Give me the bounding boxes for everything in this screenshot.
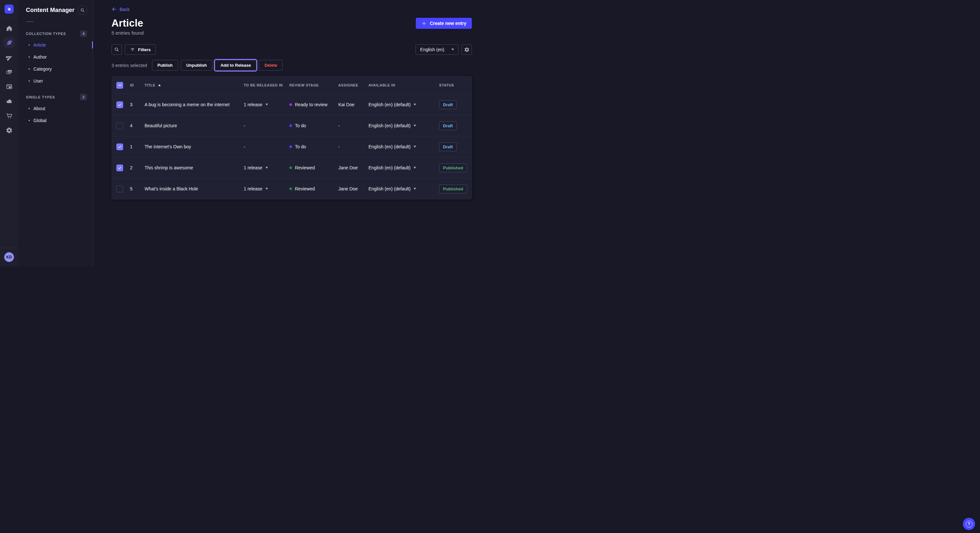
row-checkbox[interactable] [116,186,123,192]
gear-settings-icon[interactable] [3,125,14,136]
row-id: 2 [130,165,145,170]
subnav-item-user[interactable]: User [26,75,87,87]
row-checkbox[interactable] [116,165,123,171]
chevron-down-icon [414,167,416,169]
subnav-item-label: Article [33,43,46,48]
column-header-title[interactable]: TITLE [145,83,244,87]
table-body: 3A bug is becoming a meme on the interne… [112,94,471,199]
select-all-checkbox[interactable] [116,82,123,89]
user-avatar[interactable]: KD [4,252,14,262]
table-search-button[interactable] [111,44,122,55]
row-assignee: Jane Doe [338,186,369,191]
column-header-id: ID [130,83,145,87]
row-review-stage: Reviewed [290,186,338,191]
table-row[interactable]: 4Beautiful picture-To do-English (en) (d… [112,115,471,136]
bullet-icon [29,44,30,46]
check-icon [118,145,122,149]
row-title: What's inside a Black Hole [145,186,244,191]
row-checkbox[interactable] [116,122,123,129]
row-status: Draft [439,100,471,109]
bullet-icon [29,120,30,121]
bullet-icon [29,56,30,58]
row-release: - [244,123,290,128]
strapi-logo[interactable] [5,5,14,14]
locale-select[interactable]: English (en) [415,44,458,55]
subnav-item-article[interactable]: Article [26,39,87,51]
subnav-item-label: User [33,78,43,84]
row-release: - [244,144,290,149]
row-release-dropdown[interactable]: 1 release [244,186,290,191]
row-locale-dropdown[interactable]: English (en) (default) [369,123,439,128]
row-assignee: Jane Doe [338,165,369,170]
table-row[interactable]: 5What's inside a Black Hole1 releaseRevi… [112,178,471,199]
sort-ascending-icon [158,84,161,86]
row-status: Draft [439,121,471,130]
row-assignee: - [338,123,369,128]
search-icon [80,8,85,13]
create-new-entry-button[interactable]: Create new entry [416,18,472,29]
pictures-media-library-icon[interactable] [3,67,14,78]
plus-icon [421,21,427,26]
layout-content-type-builder-icon[interactable] [3,81,14,92]
add-to-release-button[interactable]: Add to Release [215,60,256,71]
delete-button[interactable]: Delete [259,60,283,71]
home-icon[interactable] [3,23,14,34]
publish-button[interactable]: Publish [152,60,178,71]
cart-marketplace-icon[interactable] [3,110,14,121]
subnav-item-about[interactable]: About [26,102,87,114]
subnav-item-label: Global [33,118,46,123]
table-row[interactable]: 2This shrimp is awesome1 releaseReviewed… [112,157,471,178]
subnav-item-author[interactable]: Author [26,51,87,63]
single-types-list: AboutGlobal [26,102,87,126]
chevron-down-icon [414,104,416,106]
row-locale-dropdown[interactable]: English (en) (default) [369,102,439,107]
row-title: This shrimp is awesome [145,165,244,170]
collection-types-list: ArticleAuthorCategoryUser [26,39,87,87]
status-badge: Draft [439,143,457,151]
filter-lines-icon [130,47,135,52]
strapi-logo-icon [6,6,12,12]
rail-bottom: KD [0,248,18,266]
chevron-down-icon [266,188,268,190]
back-link[interactable]: Back [111,6,130,12]
main-content: Back Article Create new entry 5 entries … [93,0,490,266]
row-locale-dropdown[interactable]: English (en) (default) [369,165,439,170]
row-id: 1 [130,144,145,149]
nav-rail: KD [0,0,18,266]
row-locale-dropdown[interactable]: English (en) (default) [369,186,439,191]
table-row[interactable]: 1The internet's Own boy-To do-English (e… [112,136,471,157]
column-header-assignee: ASSIGNEE [338,83,369,87]
row-checkbox[interactable] [116,143,123,150]
row-id: 4 [130,123,145,128]
cloud-icon[interactable] [3,95,14,106]
subnav-search-button[interactable] [78,5,87,14]
paper-plane-releases-icon[interactable] [3,52,14,63]
rail-nav [3,23,14,136]
view-settings-button[interactable] [461,44,472,55]
subnav-item-category[interactable]: Category [26,63,87,75]
bullet-icon [29,80,30,82]
row-title: The internet's Own boy [145,144,244,149]
filters-button[interactable]: Filters [125,44,156,55]
app-root: KD Content Manager COLLECTION TYPES 4 Ar… [0,0,490,266]
column-header-status: STATUS [439,83,471,87]
column-header-available-in: AVAILABLE IN [369,83,439,87]
chevron-down-icon [266,104,268,106]
content-manager-subnav: Content Manager COLLECTION TYPES 4 Artic… [18,0,93,266]
chevron-down-icon [452,49,454,51]
unpublish-button[interactable]: Unpublish [181,60,213,71]
row-locale-dropdown[interactable]: English (en) (default) [369,144,439,149]
logo-section [0,0,18,18]
chevron-down-icon [414,188,416,190]
row-assignee: - [338,144,369,149]
row-checkbox[interactable] [116,102,123,108]
select-all-cell [116,82,130,89]
subnav-item-global[interactable]: Global [26,114,87,126]
subnav-item-label: About [33,106,45,111]
row-release-dropdown[interactable]: 1 release [244,102,290,107]
table-row[interactable]: 3A bug is becoming a meme on the interne… [112,94,471,115]
row-release-dropdown[interactable]: 1 release [244,165,290,170]
feather-content-manager-icon[interactable] [3,37,14,48]
selection-bar: 3 entries selected Publish Unpublish Add… [111,60,472,71]
subnav-item-label: Author [33,54,47,60]
